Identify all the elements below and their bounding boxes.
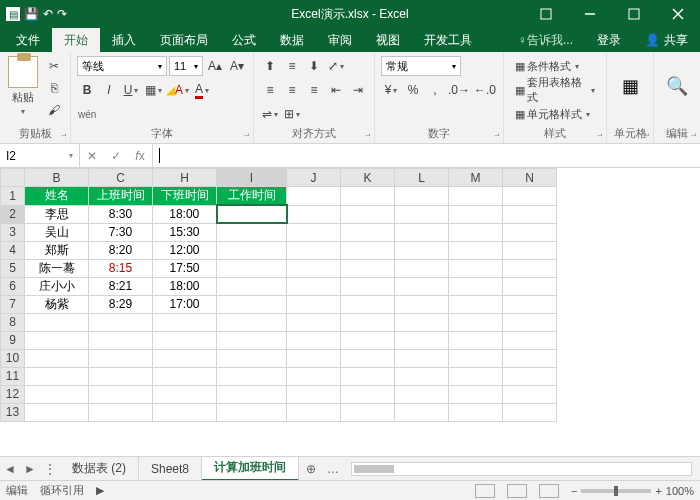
cell[interactable]: 杨紫 (25, 295, 89, 313)
comma-icon[interactable]: , (425, 80, 445, 100)
conditional-format-button[interactable]: ▦ 条件格式 (510, 56, 584, 76)
cell[interactable] (89, 313, 153, 331)
cell[interactable] (153, 313, 217, 331)
cell[interactable] (395, 187, 449, 206)
cell[interactable] (395, 295, 449, 313)
cell[interactable] (449, 223, 503, 241)
cell[interactable]: 17:50 (153, 259, 217, 277)
cell[interactable] (503, 313, 557, 331)
cell[interactable] (395, 331, 449, 349)
cell[interactable] (25, 403, 89, 421)
cell[interactable]: 8:15 (89, 259, 153, 277)
cell[interactable] (217, 403, 287, 421)
cell[interactable] (153, 367, 217, 385)
cell[interactable] (503, 277, 557, 295)
cell[interactable] (217, 205, 287, 223)
cell[interactable] (449, 205, 503, 223)
cell[interactable] (449, 277, 503, 295)
align-middle-icon[interactable]: ≡ (282, 56, 302, 76)
cell[interactable] (503, 223, 557, 241)
table-header-cell[interactable]: 下班时间 (153, 187, 217, 206)
maximize-button[interactable] (612, 0, 656, 28)
col-header[interactable]: C (89, 169, 153, 187)
row-header[interactable]: 13 (1, 403, 25, 421)
row-header[interactable]: 6 (1, 277, 25, 295)
cell[interactable] (341, 367, 395, 385)
cell[interactable] (89, 331, 153, 349)
tab-pagelayout[interactable]: 页面布局 (148, 28, 220, 52)
share-button[interactable]: 👤共享 (633, 28, 700, 52)
italic-button[interactable]: I (99, 80, 119, 100)
cell[interactable] (503, 385, 557, 403)
cell[interactable] (287, 277, 341, 295)
align-bottom-icon[interactable]: ⬇ (304, 56, 324, 76)
cell[interactable] (341, 277, 395, 295)
row-header[interactable]: 12 (1, 385, 25, 403)
view-normal-icon[interactable] (475, 484, 495, 498)
cell[interactable] (25, 367, 89, 385)
cell[interactable] (287, 349, 341, 367)
cell[interactable] (287, 205, 341, 223)
cell[interactable] (341, 331, 395, 349)
cell[interactable] (503, 205, 557, 223)
cell[interactable]: 18:00 (153, 205, 217, 223)
zoom-out-button[interactable]: − (571, 485, 577, 497)
cell[interactable] (217, 349, 287, 367)
cell[interactable] (395, 277, 449, 295)
cell[interactable] (217, 277, 287, 295)
sheet-overflow[interactable]: … (323, 462, 343, 476)
cell[interactable] (449, 295, 503, 313)
cell[interactable] (287, 187, 341, 206)
copy-icon[interactable]: ⎘ (44, 78, 64, 98)
cell[interactable] (503, 259, 557, 277)
cell[interactable] (153, 331, 217, 349)
cell[interactable] (395, 223, 449, 241)
col-header[interactable]: B (25, 169, 89, 187)
cell[interactable] (217, 295, 287, 313)
cell[interactable] (341, 403, 395, 421)
table-header-cell[interactable]: 上班时间 (89, 187, 153, 206)
indent-right-icon[interactable]: ⇥ (348, 80, 368, 100)
zoom-in-button[interactable]: + (655, 485, 661, 497)
cell[interactable] (217, 331, 287, 349)
cell[interactable]: 李思 (25, 205, 89, 223)
cell[interactable] (89, 385, 153, 403)
cell[interactable] (25, 331, 89, 349)
cell[interactable] (341, 385, 395, 403)
cell[interactable]: 8:30 (89, 205, 153, 223)
cell[interactable]: 18:00 (153, 277, 217, 295)
cell[interactable] (287, 295, 341, 313)
col-header[interactable]: H (153, 169, 217, 187)
row-header[interactable]: 7 (1, 295, 25, 313)
cell[interactable] (287, 259, 341, 277)
cell[interactable] (287, 241, 341, 259)
cell[interactable] (89, 403, 153, 421)
tell-me[interactable]: ♀ 告诉我... (506, 28, 585, 52)
cell[interactable] (153, 349, 217, 367)
col-header[interactable]: M (449, 169, 503, 187)
align-center-icon[interactable]: ≡ (282, 80, 302, 100)
increase-decimal-icon[interactable]: .0→ (447, 80, 471, 100)
cell[interactable] (287, 331, 341, 349)
sheet-tab[interactable]: 数据表 (2) (60, 457, 139, 481)
font-name-select[interactable]: 等线▾ (77, 56, 167, 76)
cell[interactable] (503, 403, 557, 421)
view-pagebreak-icon[interactable] (539, 484, 559, 498)
cell[interactable] (395, 367, 449, 385)
tab-developer[interactable]: 开发工具 (412, 28, 484, 52)
cell[interactable]: 吴山 (25, 223, 89, 241)
currency-icon[interactable]: ¥ (381, 80, 401, 100)
format-painter-icon[interactable]: 🖌 (44, 100, 64, 120)
table-header-cell[interactable]: 姓名 (25, 187, 89, 206)
cell[interactable]: 17:00 (153, 295, 217, 313)
cell[interactable] (341, 349, 395, 367)
cell[interactable] (217, 385, 287, 403)
align-left-icon[interactable]: ≡ (260, 80, 280, 100)
zoom-slider[interactable] (581, 489, 651, 493)
decrease-decimal-icon[interactable]: ←.0 (473, 80, 497, 100)
cell[interactable] (449, 259, 503, 277)
cell[interactable] (395, 259, 449, 277)
cell[interactable] (395, 313, 449, 331)
underline-button[interactable]: U (121, 80, 141, 100)
border-button[interactable]: ▦ (143, 80, 163, 100)
